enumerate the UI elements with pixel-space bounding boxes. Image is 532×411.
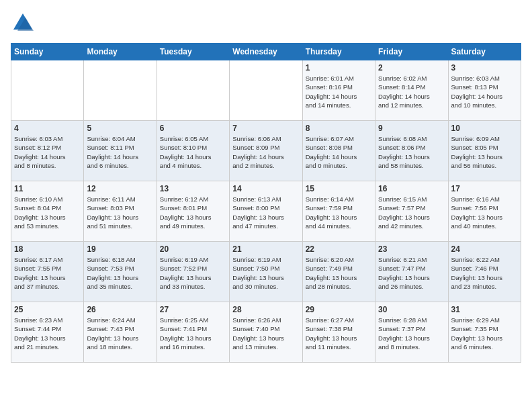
day-number: 26	[87, 305, 153, 314]
column-header-tuesday: Tuesday	[157, 44, 229, 60]
column-header-thursday: Thursday	[302, 44, 375, 60]
day-number: 31	[451, 305, 518, 314]
day-number: 5	[87, 124, 153, 133]
day-cell: 31Sunrise: 6:29 AM Sunset: 7:35 PM Dayli…	[448, 302, 521, 363]
day-number: 11	[14, 184, 81, 193]
day-detail: Sunrise: 6:25 AM Sunset: 7:41 PM Dayligh…	[160, 316, 226, 351]
column-header-saturday: Saturday	[448, 44, 521, 60]
day-cell: 11Sunrise: 6:10 AM Sunset: 8:04 PM Dayli…	[11, 181, 84, 242]
day-number: 27	[160, 305, 226, 314]
day-number: 12	[87, 184, 153, 193]
day-detail: Sunrise: 6:07 AM Sunset: 8:08 PM Dayligh…	[306, 134, 372, 170]
calendar-table: SundayMondayTuesdayWednesdayThursdayFrid…	[11, 43, 521, 363]
week-row-5: 25Sunrise: 6:23 AM Sunset: 7:44 PM Dayli…	[11, 302, 521, 363]
day-number: 1	[306, 63, 372, 73]
day-number: 21	[232, 244, 299, 254]
day-cell: 29Sunrise: 6:27 AM Sunset: 7:38 PM Dayli…	[302, 302, 375, 363]
day-detail: Sunrise: 6:28 AM Sunset: 7:37 PM Dayligh…	[378, 316, 445, 351]
day-detail: Sunrise: 6:09 AM Sunset: 8:05 PM Dayligh…	[451, 134, 518, 170]
day-number: 17	[451, 184, 518, 193]
day-cell: 30Sunrise: 6:28 AM Sunset: 7:37 PM Dayli…	[375, 302, 448, 363]
day-cell: 20Sunrise: 6:19 AM Sunset: 7:52 PM Dayli…	[157, 242, 229, 302]
day-number: 18	[14, 244, 81, 254]
day-detail: Sunrise: 6:03 AM Sunset: 8:12 PM Dayligh…	[14, 134, 81, 170]
day-detail: Sunrise: 6:19 AM Sunset: 7:50 PM Dayligh…	[232, 255, 299, 291]
week-row-2: 4Sunrise: 6:03 AM Sunset: 8:12 PM Daylig…	[11, 121, 521, 181]
day-number: 20	[160, 244, 226, 254]
day-detail: Sunrise: 6:20 AM Sunset: 7:49 PM Dayligh…	[306, 255, 372, 291]
day-cell: 6Sunrise: 6:05 AM Sunset: 8:10 PM Daylig…	[157, 121, 229, 181]
day-detail: Sunrise: 6:22 AM Sunset: 7:46 PM Dayligh…	[451, 255, 518, 291]
day-cell: 17Sunrise: 6:16 AM Sunset: 7:56 PM Dayli…	[448, 181, 521, 242]
day-cell: 26Sunrise: 6:24 AM Sunset: 7:43 PM Dayli…	[84, 302, 157, 363]
day-detail: Sunrise: 6:27 AM Sunset: 7:38 PM Dayligh…	[306, 316, 372, 351]
week-row-3: 11Sunrise: 6:10 AM Sunset: 8:04 PM Dayli…	[11, 181, 521, 242]
day-number: 30	[378, 305, 445, 314]
day-detail: Sunrise: 6:16 AM Sunset: 7:56 PM Dayligh…	[451, 195, 518, 230]
day-number: 15	[306, 184, 372, 193]
day-detail: Sunrise: 6:15 AM Sunset: 7:57 PM Dayligh…	[378, 195, 445, 230]
day-cell: 12Sunrise: 6:11 AM Sunset: 8:03 PM Dayli…	[84, 181, 157, 242]
day-cell: 24Sunrise: 6:22 AM Sunset: 7:46 PM Dayli…	[448, 242, 521, 302]
column-header-monday: Monday	[84, 44, 157, 60]
day-number: 8	[306, 124, 372, 133]
day-detail: Sunrise: 6:24 AM Sunset: 7:43 PM Dayligh…	[87, 316, 153, 351]
week-row-1: 1Sunrise: 6:01 AM Sunset: 8:16 PM Daylig…	[11, 60, 521, 121]
day-number: 16	[378, 184, 445, 193]
logo	[11, 11, 39, 35]
day-cell: 15Sunrise: 6:14 AM Sunset: 7:59 PM Dayli…	[302, 181, 375, 242]
day-detail: Sunrise: 6:17 AM Sunset: 7:55 PM Dayligh…	[14, 255, 81, 291]
day-number: 22	[306, 244, 372, 254]
day-detail: Sunrise: 6:11 AM Sunset: 8:03 PM Dayligh…	[87, 195, 153, 230]
day-cell: 28Sunrise: 6:26 AM Sunset: 7:40 PM Dayli…	[230, 302, 302, 363]
day-cell: 4Sunrise: 6:03 AM Sunset: 8:12 PM Daylig…	[11, 121, 84, 181]
day-cell: 25Sunrise: 6:23 AM Sunset: 7:44 PM Dayli…	[11, 302, 84, 363]
day-detail: Sunrise: 6:10 AM Sunset: 8:04 PM Dayligh…	[14, 195, 81, 230]
column-header-sunday: Sunday	[11, 44, 84, 60]
header-row: SundayMondayTuesdayWednesdayThursdayFrid…	[11, 44, 521, 60]
day-cell: 22Sunrise: 6:20 AM Sunset: 7:49 PM Dayli…	[302, 242, 375, 302]
logo-icon	[11, 11, 35, 35]
day-number: 19	[87, 244, 153, 254]
day-number: 28	[232, 305, 299, 314]
day-detail: Sunrise: 6:08 AM Sunset: 8:06 PM Dayligh…	[378, 134, 445, 170]
day-number: 13	[160, 184, 226, 193]
day-cell: 23Sunrise: 6:21 AM Sunset: 7:47 PM Dayli…	[375, 242, 448, 302]
week-row-4: 18Sunrise: 6:17 AM Sunset: 7:55 PM Dayli…	[11, 242, 521, 302]
day-cell: 3Sunrise: 6:03 AM Sunset: 8:13 PM Daylig…	[448, 60, 521, 121]
day-detail: Sunrise: 6:04 AM Sunset: 8:11 PM Dayligh…	[87, 134, 153, 170]
day-cell	[230, 60, 302, 121]
page-header	[11, 11, 521, 35]
day-detail: Sunrise: 6:14 AM Sunset: 7:59 PM Dayligh…	[306, 195, 372, 230]
day-cell	[157, 60, 229, 121]
day-number: 24	[451, 244, 518, 254]
day-cell: 9Sunrise: 6:08 AM Sunset: 8:06 PM Daylig…	[375, 121, 448, 181]
day-cell: 8Sunrise: 6:07 AM Sunset: 8:08 PM Daylig…	[302, 121, 375, 181]
day-detail: Sunrise: 6:18 AM Sunset: 7:53 PM Dayligh…	[87, 255, 153, 291]
day-detail: Sunrise: 6:01 AM Sunset: 8:16 PM Dayligh…	[306, 74, 372, 109]
day-cell	[84, 60, 157, 121]
day-cell: 27Sunrise: 6:25 AM Sunset: 7:41 PM Dayli…	[157, 302, 229, 363]
day-detail: Sunrise: 6:21 AM Sunset: 7:47 PM Dayligh…	[378, 255, 445, 291]
day-detail: Sunrise: 6:13 AM Sunset: 8:00 PM Dayligh…	[232, 195, 299, 230]
day-cell: 16Sunrise: 6:15 AM Sunset: 7:57 PM Dayli…	[375, 181, 448, 242]
day-cell: 13Sunrise: 6:12 AM Sunset: 8:01 PM Dayli…	[157, 181, 229, 242]
day-number: 7	[232, 124, 299, 133]
day-cell: 21Sunrise: 6:19 AM Sunset: 7:50 PM Dayli…	[230, 242, 302, 302]
day-cell: 5Sunrise: 6:04 AM Sunset: 8:11 PM Daylig…	[84, 121, 157, 181]
day-detail: Sunrise: 6:19 AM Sunset: 7:52 PM Dayligh…	[160, 255, 226, 291]
day-cell: 2Sunrise: 6:02 AM Sunset: 8:14 PM Daylig…	[375, 60, 448, 121]
day-cell: 19Sunrise: 6:18 AM Sunset: 7:53 PM Dayli…	[84, 242, 157, 302]
column-header-wednesday: Wednesday	[230, 44, 302, 60]
day-detail: Sunrise: 6:12 AM Sunset: 8:01 PM Dayligh…	[160, 195, 226, 230]
day-detail: Sunrise: 6:03 AM Sunset: 8:13 PM Dayligh…	[451, 74, 518, 109]
day-number: 9	[378, 124, 445, 133]
day-cell: 18Sunrise: 6:17 AM Sunset: 7:55 PM Dayli…	[11, 242, 84, 302]
day-number: 4	[14, 124, 81, 133]
day-cell	[11, 60, 84, 121]
day-cell: 1Sunrise: 6:01 AM Sunset: 8:16 PM Daylig…	[302, 60, 375, 121]
day-detail: Sunrise: 6:05 AM Sunset: 8:10 PM Dayligh…	[160, 134, 226, 170]
day-detail: Sunrise: 6:26 AM Sunset: 7:40 PM Dayligh…	[232, 316, 299, 351]
day-detail: Sunrise: 6:29 AM Sunset: 7:35 PM Dayligh…	[451, 316, 518, 351]
day-detail: Sunrise: 6:06 AM Sunset: 8:09 PM Dayligh…	[232, 134, 299, 170]
